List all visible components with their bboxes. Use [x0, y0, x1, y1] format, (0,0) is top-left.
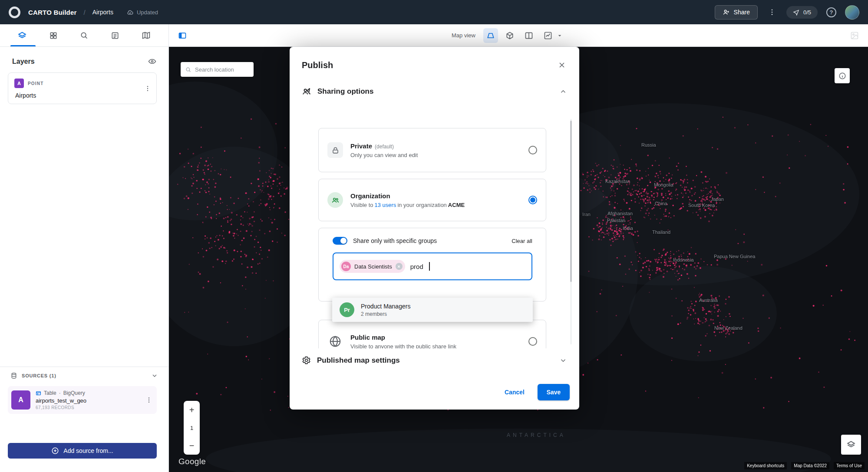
breadcrumb-map-name[interactable]: Airports: [92, 9, 113, 16]
source-card[interactable]: A Table · BigQuery airports_test_w_geo 6…: [8, 386, 157, 414]
organization-desc-mid: in your organization: [397, 202, 446, 208]
zoom-level-indicator: 1: [184, 419, 200, 436]
private-radio[interactable]: [528, 146, 537, 154]
map-country-label: Australia: [699, 298, 718, 303]
map-view-mode-button[interactable]: [483, 28, 498, 43]
layer-options-button[interactable]: [142, 83, 153, 94]
layers-visibility-icon[interactable]: [148, 57, 156, 66]
subbar: Map view: [0, 24, 868, 47]
sharing-options-header[interactable]: Sharing options: [290, 87, 579, 96]
quota-pill[interactable]: 0/5: [786, 6, 818, 19]
save-button[interactable]: Save: [538, 384, 570, 400]
tab-widgets[interactable]: [45, 27, 62, 44]
map-country-label: Papua New Guinea: [714, 254, 755, 259]
option-public-map[interactable]: Public map Visible to anyone with the pu…: [318, 320, 546, 348]
tab-legend[interactable]: [106, 27, 124, 44]
modal-scrollbar-thumb[interactable]: [570, 121, 572, 282]
collapse-sidebar-button[interactable]: [175, 28, 190, 43]
chevron-down-icon[interactable]: [556, 32, 563, 39]
topbar: CARTO Builder / Airports Updated Share 0…: [0, 0, 868, 24]
save-status: Updated: [126, 9, 158, 16]
clear-all-button[interactable]: Clear all: [512, 238, 532, 244]
tab-data-explorer[interactable]: [76, 27, 93, 44]
map-info-button[interactable]: [835, 68, 850, 83]
source-badge: A: [11, 390, 30, 410]
chevron-down-icon[interactable]: [151, 372, 158, 379]
user-avatar[interactable]: [845, 5, 859, 20]
add-source-button[interactable]: Add source from...: [8, 443, 157, 459]
specific-groups-toggle-label: Share only with specific groups: [353, 237, 437, 244]
layer-geometry-type: POINT: [28, 81, 44, 86]
organization-title: Organization: [350, 192, 466, 200]
share-person-icon: [723, 9, 730, 16]
analyses-chart-button[interactable]: [541, 28, 555, 43]
map-country-label: Mongolia: [654, 182, 673, 187]
option-organization[interactable]: Organization Visible to13 usersin your o…: [318, 179, 546, 221]
group-chip-avatar: Da: [341, 262, 351, 271]
add-source-label: Add source from...: [63, 447, 113, 454]
sharing-options-title: Sharing options: [317, 87, 373, 96]
option-private[interactable]: Private(default) Only you can view and e…: [318, 128, 546, 172]
organization-radio[interactable]: [528, 196, 537, 204]
active-tab-indicator: [10, 45, 36, 46]
sharing-options-scroll-area[interactable]: Private(default) Only you can view and e…: [290, 116, 579, 348]
published-map-settings-header[interactable]: Published map settings: [290, 356, 579, 365]
search-location-box[interactable]: [181, 62, 254, 77]
group-chip-data-scientists[interactable]: Da Data Scientists: [340, 260, 405, 273]
tab-layers[interactable]: [13, 27, 31, 44]
chevron-up-icon[interactable]: [559, 88, 567, 95]
table-icon: [36, 390, 41, 396]
public-map-title: Public map: [350, 334, 456, 341]
modal-title: Publish: [302, 60, 333, 70]
help-button[interactable]: ?: [826, 7, 836, 17]
topbar-more-menu-button[interactable]: [766, 7, 778, 18]
map-country-label: South Korea: [688, 203, 715, 208]
export-image-button[interactable]: [847, 28, 862, 43]
suggestion-product-managers[interactable]: Pr Product Managers 2 members: [332, 298, 533, 322]
source-options-button[interactable]: [144, 395, 154, 405]
view-3d-button[interactable]: [502, 28, 517, 43]
source-name: airports_test_w_geo: [36, 397, 86, 404]
map-country-label: Pakistan: [607, 218, 625, 223]
map-country-label: New Zealand: [714, 325, 743, 331]
chip-remove-icon[interactable]: [396, 263, 403, 270]
plus-circle-icon: [51, 447, 59, 455]
suggestion-group-name: Product Managers: [361, 303, 410, 310]
cancel-button[interactable]: Cancel: [505, 389, 525, 396]
database-icon: [10, 372, 17, 379]
map-country-label: Iran: [582, 212, 591, 217]
people-plus-icon: [302, 87, 311, 96]
search-location-input[interactable]: [195, 66, 249, 73]
sources-header[interactable]: SOURCES (1): [0, 367, 168, 384]
public-map-radio[interactable]: [528, 337, 537, 346]
tab-basemap[interactable]: [138, 27, 155, 44]
specific-groups-toggle[interactable]: [333, 237, 347, 245]
organization-people-icon: [327, 192, 343, 208]
globe-icon: [327, 334, 343, 348]
layers-heading: Layers: [12, 58, 35, 66]
group-search-typed-text: prod: [410, 263, 423, 270]
public-map-description: Visible to anyone with the public share …: [350, 343, 456, 349]
chevron-down-icon[interactable]: [559, 357, 567, 364]
share-button[interactable]: Share: [715, 5, 758, 20]
basemap-layers-button[interactable]: [841, 435, 861, 455]
private-title: Private: [350, 142, 372, 150]
breadcrumb-separator: /: [84, 9, 86, 16]
layer-card-airports[interactable]: A POINT Airports: [8, 72, 157, 104]
map-country-label: ANTARCTICA: [507, 432, 566, 438]
group-chip-label: Data Scientists: [354, 263, 392, 270]
map-country-label: China: [655, 201, 667, 206]
users-count-link[interactable]: 13 users: [375, 202, 396, 208]
layer-name: Airports: [15, 92, 150, 99]
group-search-input[interactable]: Da Data Scientists prod: [333, 252, 532, 280]
map-attribution-item[interactable]: Map Data ©2022: [791, 462, 829, 469]
specific-groups-panel: Share only with specific groups Clear al…: [318, 228, 546, 302]
text-cursor: [429, 262, 430, 271]
split-view-button[interactable]: [521, 28, 536, 43]
close-icon[interactable]: [557, 60, 567, 70]
zoom-out-button[interactable]: −: [184, 436, 200, 455]
gear-icon: [302, 356, 311, 365]
zoom-in-button[interactable]: +: [184, 401, 200, 419]
map-attribution-item[interactable]: Keyboard shortcuts: [744, 462, 787, 469]
map-attribution-item[interactable]: Terms of Use: [834, 462, 865, 469]
